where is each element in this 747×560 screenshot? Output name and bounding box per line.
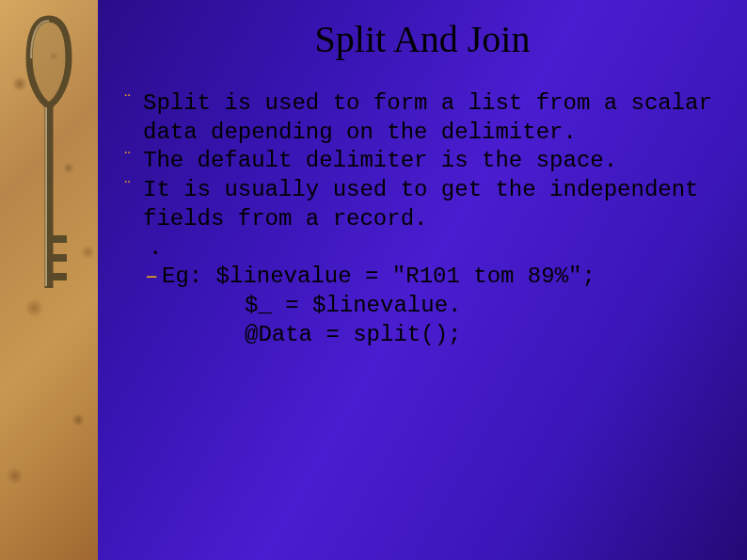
code-line: $_ = $linevalue. [143, 292, 730, 321]
slide-body: Split And Join ¨ Split is used to form a… [98, 0, 747, 560]
bullet-icon: ¨ [122, 176, 143, 201]
bullet-icon: ¨ [122, 147, 143, 172]
key-icon [22, 6, 76, 326]
bullet-icon: ¨ [122, 89, 143, 115]
bullet-text: The default delimiter is the space. [143, 147, 730, 176]
continuation-dot: . [143, 234, 730, 264]
example-label: Eg: [162, 264, 216, 289]
example-line: Eg: $linevalue = "R101 tom 89%"; [162, 263, 596, 292]
slide-content: ¨ Split is used to form a list from a sc… [107, 89, 738, 349]
bullet-text: It is usually used to get the independen… [143, 176, 730, 233]
bullet-item: ¨ The default delimiter is the space. [122, 147, 730, 176]
example-row: – Eg: $linevalue = "R101 tom 89%"; [143, 263, 730, 292]
bullet-text: Split is used to form a list from a scal… [143, 89, 730, 147]
code-line: $linevalue = "R101 tom 89%"; [216, 264, 596, 289]
code-line: @Data = split(); [143, 321, 730, 350]
sub-content: . – Eg: $linevalue = "R101 tom 89%"; $_ … [122, 234, 730, 350]
slide-title: Split And Join [107, 17, 738, 61]
bullet-item: ¨ Split is used to form a list from a sc… [122, 89, 730, 147]
dash-icon: – [143, 263, 162, 292]
bullet-item: ¨ It is usually used to get the independ… [122, 176, 730, 233]
slide-sidebar [0, 0, 98, 560]
